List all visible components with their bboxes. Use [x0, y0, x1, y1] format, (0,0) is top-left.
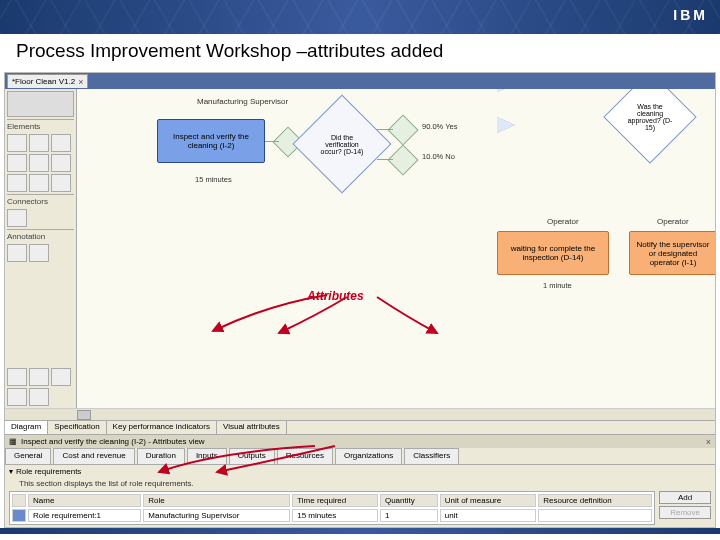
editor-tabbar: *Floor Clean V1.2 ×: [5, 73, 715, 89]
branch-yes-label: 90.0% Yes: [422, 122, 457, 131]
document-tab-label: *Floor Clean V1.2: [12, 77, 75, 86]
close-icon[interactable]: ×: [78, 77, 83, 87]
col-unit[interactable]: Unit of measure: [440, 494, 537, 507]
task-waiting[interactable]: waiting for complete the inspection (D-1…: [497, 231, 609, 275]
swimlane-label: Operator: [657, 217, 689, 226]
branch-no-label: 10.0% No: [422, 152, 455, 161]
palette-subprocess-button[interactable]: [51, 134, 71, 152]
tool-palette: Elements Connectors Annotation: [5, 89, 77, 408]
table-row[interactable]: Role requirement:1 Manufacturing Supervi…: [12, 509, 652, 522]
col-quantity[interactable]: Quantity: [380, 494, 438, 507]
tab-specification[interactable]: Specification: [48, 421, 106, 434]
cell-quantity[interactable]: 1: [380, 509, 438, 522]
tab-general[interactable]: General: [5, 448, 51, 464]
palette-section-connectors[interactable]: Connectors: [7, 194, 74, 207]
task-inspect-verify[interactable]: Inspect and verify the cleaning (I-2): [157, 119, 265, 163]
palette-fork-button[interactable]: [7, 174, 27, 192]
decision-approved[interactable]: Was the cleaning approved? (D-15): [617, 89, 683, 150]
col-name[interactable]: Name: [28, 494, 141, 507]
task-label: waiting for complete the inspection (D-1…: [502, 244, 604, 262]
tab-cost-revenue[interactable]: Cost and revenue: [53, 448, 134, 464]
role-requirements-table[interactable]: Name Role Time required Quantity Unit of…: [9, 491, 655, 525]
task-notify[interactable]: Notify the supervisor or designated oper…: [629, 231, 715, 275]
swimlane-label: Operator: [547, 217, 579, 226]
decision-label: Was the cleaning approved? (D-15): [617, 89, 683, 150]
slide-header: IBM: [0, 0, 720, 34]
palette-decision-button[interactable]: [29, 154, 49, 172]
palette-connector-button[interactable]: [7, 209, 27, 227]
palette-text-button[interactable]: [29, 244, 49, 262]
tab-kpi[interactable]: Key performance indicators: [107, 421, 217, 434]
slide-footer: [0, 528, 720, 534]
attribute-tabs: General Cost and revenue Duration Inputs…: [5, 448, 715, 464]
task-duration-label: 1 minute: [543, 281, 572, 290]
decision-label: Did the verification occur? (D-14): [307, 109, 377, 179]
view-tabs: Diagram Specification Key performance in…: [5, 420, 715, 434]
node-icon: ▦: [9, 437, 17, 446]
section-title: Role requirements: [16, 467, 81, 476]
collapse-icon[interactable]: ▾: [9, 467, 13, 476]
cell-resdef[interactable]: [538, 509, 652, 522]
palette-join-button[interactable]: [29, 174, 49, 192]
cell-time[interactable]: 15 minutes: [292, 509, 378, 522]
collapsed-subprocess-icon: [497, 89, 531, 92]
table-header-row: Name Role Time required Quantity Unit of…: [12, 494, 652, 507]
cell-name[interactable]: Role requirement:1: [28, 509, 141, 522]
palette-merge-button[interactable]: [51, 154, 71, 172]
task-label: Notify the supervisor or designated oper…: [634, 240, 712, 267]
col-resdef[interactable]: Resource definition: [538, 494, 652, 507]
section-help-text: This section displays the list of role r…: [5, 478, 715, 491]
task-label: Inspect and verify the cleaning (I-2): [162, 132, 260, 150]
callout-arrows-lower: [155, 442, 375, 476]
gateway-out-yes[interactable]: [392, 119, 414, 141]
palette-timer-button[interactable]: [51, 174, 71, 192]
add-button[interactable]: Add: [659, 491, 711, 504]
remove-button: Remove: [659, 506, 711, 519]
document-tab[interactable]: *Floor Clean V1.2 ×: [7, 74, 88, 88]
col-role[interactable]: Role: [143, 494, 290, 507]
palette-service-button[interactable]: [29, 134, 49, 152]
swimlane-label: Manufacturing Supervisor: [197, 97, 288, 106]
cell-unit[interactable]: unit: [440, 509, 537, 522]
horizontal-scrollbar[interactable]: [5, 408, 715, 420]
gateway-out-no[interactable]: [392, 149, 414, 171]
palette-grid-button[interactable]: [7, 388, 27, 406]
slide-title: Process Improvement Workshop –attributes…: [0, 34, 720, 72]
palette-zoomout-button[interactable]: [29, 368, 49, 386]
palette-fit-button[interactable]: [51, 368, 71, 386]
tab-classifiers[interactable]: Classifiers: [404, 448, 459, 464]
modeling-tool-window: *Floor Clean V1.2 × Elements Connectors …: [4, 72, 716, 528]
task-duration-label: 15 minutes: [195, 175, 232, 184]
palette-gateway-button[interactable]: [7, 154, 27, 172]
close-icon[interactable]: ×: [706, 437, 711, 447]
decision-verification[interactable]: Did the verification occur? (D-14): [307, 109, 377, 179]
col-time[interactable]: Time required: [292, 494, 378, 507]
scroll-thumb[interactable]: [77, 410, 91, 420]
palette-section-elements[interactable]: Elements: [7, 119, 74, 132]
palette-note-button[interactable]: [7, 244, 27, 262]
process-canvas[interactable]: Manufacturing Supervisor Inspect and ver…: [77, 89, 715, 408]
ibm-logo: IBM: [673, 7, 708, 23]
tab-diagram[interactable]: Diagram: [5, 421, 48, 434]
palette-pointer-button[interactable]: [7, 91, 74, 117]
palette-snap-button[interactable]: [29, 388, 49, 406]
collapsed-subprocess-icon: [497, 117, 515, 133]
palette-task-button[interactable]: [7, 134, 27, 152]
callout-arrows: [207, 275, 467, 345]
palette-section-annotation[interactable]: Annotation: [7, 229, 74, 242]
cell-role[interactable]: Manufacturing Supervisor: [143, 509, 290, 522]
tab-visual-attributes[interactable]: Visual attributes: [217, 421, 287, 434]
palette-zoomin-button[interactable]: [7, 368, 27, 386]
